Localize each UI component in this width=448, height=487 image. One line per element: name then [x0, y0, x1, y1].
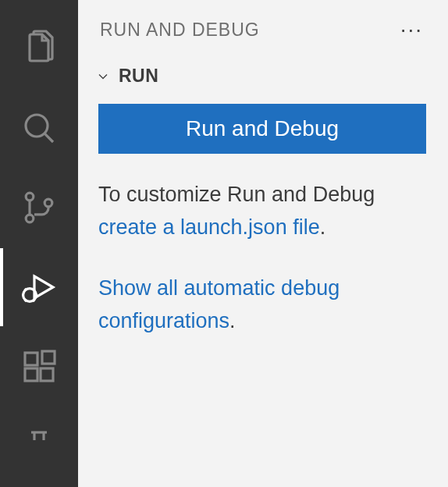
activity-more[interactable]: [0, 407, 78, 485]
svg-rect-11: [25, 353, 37, 365]
run-debug-panel: RUN AND DEBUG ··· RUN Run and Debug To c…: [78, 0, 448, 487]
source-control-icon: [20, 189, 58, 226]
chevron-down-icon: [95, 69, 111, 84]
svg-rect-14: [42, 351, 55, 364]
section-body: Run and Debug To customize Run and Debug…: [95, 104, 426, 337]
panel-title: RUN AND DEBUG: [100, 20, 260, 41]
activity-explorer[interactable]: [0, 9, 78, 87]
activity-extensions[interactable]: [0, 328, 78, 406]
svg-line-8: [25, 289, 27, 290]
debug-icon: [20, 268, 58, 306]
section-title: RUN: [119, 66, 158, 87]
svg-rect-12: [25, 368, 37, 381]
files-icon: [20, 30, 58, 67]
show-all-text: Show all automatic debug configurations.: [98, 272, 426, 338]
section-header[interactable]: RUN: [95, 56, 426, 104]
activity-run-debug[interactable]: [0, 248, 78, 326]
run-and-debug-button[interactable]: Run and Debug: [98, 104, 426, 154]
search-icon: [20, 109, 58, 147]
customize-text: To customize Run and Debug create a laun…: [98, 179, 426, 244]
panel-header: RUN AND DEBUG ···: [78, 0, 448, 50]
show-all-suffix: .: [229, 309, 236, 332]
svg-line-9: [34, 300, 35, 301]
svg-point-4: [44, 199, 52, 207]
svg-line-10: [25, 300, 27, 301]
svg-rect-13: [41, 368, 53, 381]
activity-search[interactable]: [0, 89, 78, 167]
create-launch-json-link[interactable]: create a launch.json file: [98, 215, 320, 239]
customize-suffix: .: [320, 215, 326, 239]
activity-source-control[interactable]: [0, 169, 78, 247]
show-all-configs-link[interactable]: Show all automatic debug configurations: [98, 276, 340, 332]
svg-line-1: [44, 133, 53, 142]
extensions-icon: [20, 348, 58, 386]
activity-bar: [0, 0, 78, 487]
svg-point-3: [26, 215, 34, 222]
beaker-icon: [20, 428, 58, 465]
svg-point-2: [26, 193, 34, 201]
customize-prefix: To customize Run and Debug: [98, 183, 375, 206]
svg-point-0: [26, 115, 48, 137]
panel-more-actions[interactable]: ···: [400, 19, 426, 41]
run-section: RUN Run and Debug To customize Run and D…: [78, 50, 448, 365]
